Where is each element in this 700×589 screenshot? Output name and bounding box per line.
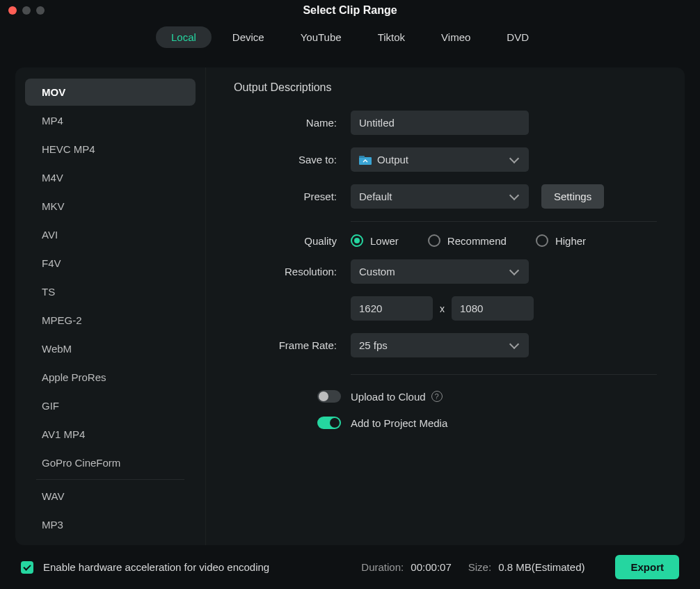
quality-recommend-label: Recommend [447, 235, 507, 247]
size-value: 0.8 MB(Estimated) [498, 561, 584, 573]
chevron-down-icon [509, 190, 519, 200]
save-to-label: Save to: [234, 154, 351, 166]
duration-value: 00:00:07 [411, 561, 451, 573]
format-mpeg2[interactable]: MPEG-2 [25, 307, 196, 334]
format-gif[interactable]: GIF [25, 392, 196, 419]
quality-radio-group: Lower Recommend Higher [351, 234, 586, 247]
close-window-button[interactable] [8, 6, 17, 15]
format-f4v[interactable]: F4V [25, 250, 196, 277]
settings-button[interactable]: Settings [541, 184, 604, 209]
chevron-down-icon [509, 265, 519, 275]
upload-cloud-toggle[interactable] [317, 390, 341, 403]
hw-accel-label: Enable hardware acceleration for video e… [43, 561, 351, 573]
format-m4v[interactable]: M4V [25, 164, 196, 191]
frame-rate-value: 25 fps [359, 339, 388, 351]
save-to-value: Output [377, 154, 408, 166]
help-icon[interactable]: ? [431, 391, 443, 402]
quality-lower-label: Lower [370, 235, 399, 247]
window-title: Select Clip Range [0, 4, 700, 17]
radio-icon [351, 234, 363, 247]
preset-value: Default [359, 191, 392, 202]
format-hevc-mp4[interactable]: HEVC MP4 [25, 136, 196, 163]
minimize-window-button[interactable] [22, 6, 31, 15]
radio-icon [536, 234, 548, 247]
save-to-select[interactable]: Output [351, 147, 529, 172]
quality-lower-radio[interactable]: Lower [351, 234, 399, 247]
svg-rect-1 [359, 156, 365, 158]
footer-meta: Duration: 00:00:07 Size: 0.8 MB(Estimate… [361, 561, 584, 573]
format-mov[interactable]: MOV [25, 79, 196, 106]
section-title: Output Descriptions [234, 81, 657, 94]
chevron-down-icon [509, 339, 519, 348]
quality-higher-label: Higher [555, 235, 586, 247]
name-label: Name: [234, 117, 351, 129]
preset-select[interactable]: Default [351, 184, 529, 209]
radio-icon [428, 234, 440, 247]
folder-icon [359, 155, 372, 165]
footer-bar: Enable hardware acceleration for video e… [0, 545, 700, 589]
tab-device[interactable]: Device [217, 26, 280, 48]
format-avi[interactable]: AVI [25, 221, 196, 248]
tab-vimeo[interactable]: Vimeo [426, 26, 486, 48]
format-av1-mp4[interactable]: AV1 MP4 [25, 421, 196, 448]
resolution-label: Resolution: [234, 266, 351, 277]
tab-youtube[interactable]: YouTube [285, 26, 357, 48]
tab-dvd[interactable]: DVD [491, 26, 544, 48]
add-to-project-media-label: Add to Project Media [351, 417, 447, 429]
format-apple-prores[interactable]: Apple ProRes [25, 364, 196, 391]
resolution-value: Custom [359, 266, 395, 277]
output-settings: Output Descriptions Name: Save to: Out [206, 67, 685, 545]
resolution-separator: x [440, 303, 445, 314]
hw-accel-checkbox[interactable] [21, 561, 33, 574]
chevron-down-icon [509, 153, 519, 163]
titlebar: Select Clip Range [0, 0, 700, 21]
quality-label: Quality [234, 235, 351, 247]
svg-rect-0 [359, 157, 372, 165]
window-controls [8, 6, 45, 15]
resolution-select[interactable]: Custom [351, 259, 529, 284]
tab-tiktok[interactable]: Tiktok [363, 26, 420, 48]
check-icon [23, 563, 31, 570]
frame-rate-select[interactable]: 25 fps [351, 333, 529, 357]
quality-recommend-radio[interactable]: Recommend [428, 234, 507, 247]
export-button[interactable]: Export [615, 555, 679, 579]
divider [351, 374, 657, 375]
source-tabs: Local Device YouTube Tiktok Vimeo DVD [0, 26, 700, 48]
maximize-window-button[interactable] [36, 6, 45, 15]
export-window: Select Clip Range Local Device YouTube T… [0, 0, 700, 589]
format-mkv[interactable]: MKV [25, 193, 196, 220]
frame-rate-label: Frame Rate: [234, 339, 351, 351]
quality-higher-radio[interactable]: Higher [536, 234, 586, 247]
format-webm[interactable]: WebM [25, 335, 196, 362]
name-input[interactable] [351, 111, 529, 135]
format-gopro-cineform[interactable]: GoPro CineForm [25, 449, 196, 476]
preset-label: Preset: [234, 191, 351, 202]
main-panel: MOV MP4 HEVC MP4 M4V MKV AVI F4V TS MPEG… [15, 67, 685, 545]
add-to-project-media-toggle[interactable] [317, 417, 341, 429]
tab-local[interactable]: Local [156, 26, 212, 48]
format-ts[interactable]: TS [25, 278, 196, 305]
upload-cloud-label: Upload to Cloud [351, 391, 426, 403]
resolution-height-input[interactable] [452, 296, 534, 321]
format-mp3[interactable]: MP3 [25, 511, 196, 538]
resolution-width-input[interactable] [351, 296, 433, 321]
format-sidebar: MOV MP4 HEVC MP4 M4V MKV AVI F4V TS MPEG… [15, 67, 206, 545]
size-label: Size: [468, 561, 491, 573]
format-wav[interactable]: WAV [25, 483, 196, 510]
duration-label: Duration: [361, 561, 404, 573]
format-mp4[interactable]: MP4 [25, 107, 196, 134]
sidebar-divider [36, 479, 184, 480]
divider [351, 221, 657, 222]
